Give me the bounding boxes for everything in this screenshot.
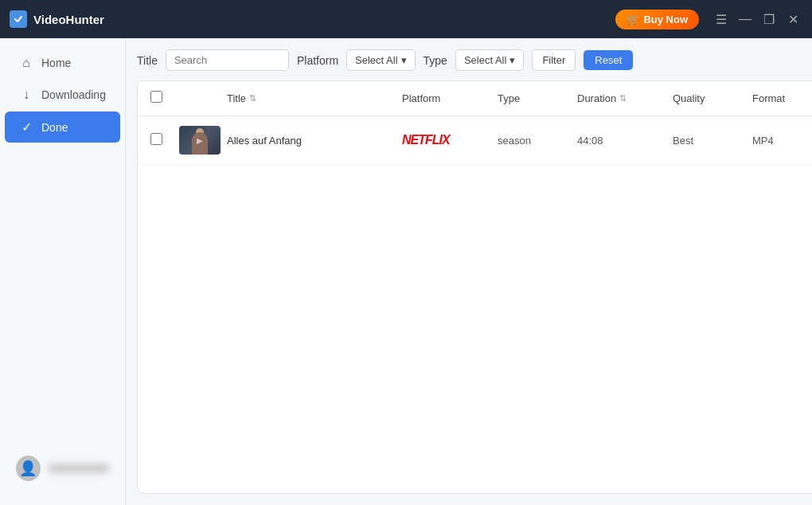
header-duration: Duration ⇅	[577, 92, 673, 104]
user-name	[49, 464, 109, 473]
thumbnail-person	[192, 132, 208, 155]
content-area: Title Platform Select All ▾ Type Select …	[126, 38, 812, 505]
sidebar-bottom: 👤	[0, 441, 125, 495]
table-container: Title ⇅ Platform Type Duration ⇅ Quality…	[137, 80, 812, 494]
row-duration: 44:08	[577, 135, 673, 147]
header-type: Type	[498, 92, 577, 104]
toolbar: Title Platform Select All ▾ Type Select …	[137, 49, 812, 71]
table-row: Alles auf Anfang NETFLIX season 44:08 Be…	[138, 116, 812, 165]
titlebar-left: VideoHunter	[10, 10, 104, 28]
header-format: Format	[752, 92, 812, 104]
titlebar: VideoHunter 🛒 Buy Now ☰ — ❒ ✕	[0, 0, 812, 38]
titlebar-right: 🛒 Buy Now ☰ — ❒ ✕	[615, 10, 802, 29]
minimize-button[interactable]: —	[736, 10, 755, 29]
row-select-checkbox[interactable]	[150, 133, 162, 145]
sidebar-nav: ⌂ Home ↓ Downloading ✓ Done	[0, 48, 125, 143]
reset-button[interactable]: Reset	[584, 50, 633, 70]
netflix-logo: NETFLIX	[402, 133, 450, 147]
sidebar-item-home[interactable]: ⌂ Home	[5, 48, 120, 78]
download-icon: ↓	[19, 88, 33, 102]
app-logo	[10, 10, 27, 28]
platform-label: Platform	[297, 54, 338, 67]
menu-button[interactable]: ☰	[712, 10, 731, 29]
platform-select[interactable]: Select All ▾	[346, 49, 415, 71]
title-label: Title	[137, 54, 158, 67]
type-label: Type	[424, 54, 447, 67]
sidebar: ⌂ Home ↓ Downloading ✓ Done 👤	[0, 38, 126, 505]
header-platform: Platform	[402, 92, 498, 104]
row-quality: Best	[673, 135, 752, 147]
header-checkbox[interactable]	[150, 91, 179, 106]
buy-now-button[interactable]: 🛒 Buy Now	[615, 10, 699, 29]
cart-icon: 🛒	[627, 14, 639, 25]
user-profile[interactable]: 👤	[10, 449, 115, 487]
search-input[interactable]	[166, 49, 289, 71]
app-name: VideoHunter	[33, 13, 104, 26]
header-quality: Quality	[673, 92, 752, 104]
row-platform: NETFLIX	[402, 133, 498, 147]
chevron-down-icon: ▾	[509, 54, 515, 66]
sidebar-item-downloading[interactable]: ↓ Downloading	[5, 80, 120, 110]
done-icon: ✓	[19, 119, 33, 135]
chevron-down-icon: ▾	[401, 54, 407, 66]
row-format: MP4	[752, 135, 812, 147]
select-all-checkbox[interactable]	[150, 91, 162, 103]
thumbnail	[179, 126, 221, 155]
table-header: Title ⇅ Platform Type Duration ⇅ Quality…	[138, 81, 812, 116]
main-layout: ⌂ Home ↓ Downloading ✓ Done 👤 Title P	[0, 38, 812, 505]
duration-sort-icon: ⇅	[619, 93, 627, 104]
filter-button[interactable]: Filter	[532, 49, 576, 71]
row-type: season	[498, 135, 577, 147]
sidebar-item-done[interactable]: ✓ Done	[5, 112, 120, 143]
avatar: 👤	[16, 456, 41, 481]
window-controls: ☰ — ❒ ✕	[712, 10, 802, 29]
sort-icon: ⇅	[249, 93, 256, 104]
header-title: Title ⇅	[227, 92, 402, 104]
row-title: Alles auf Anfang	[227, 135, 402, 147]
type-select[interactable]: Select All ▾	[455, 49, 524, 71]
maximize-button[interactable]: ❒	[759, 10, 779, 29]
close-button[interactable]: ✕	[783, 10, 802, 29]
row-checkbox[interactable]	[150, 133, 179, 148]
row-thumbnail	[179, 126, 227, 155]
home-icon: ⌂	[19, 56, 33, 70]
